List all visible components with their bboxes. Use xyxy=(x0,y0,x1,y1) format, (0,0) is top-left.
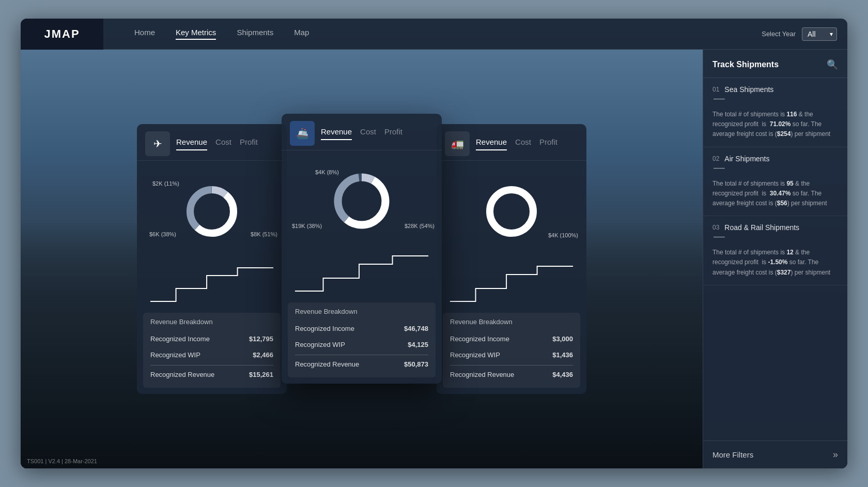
footer-version: TS001 | V2.4 | 28-Mar-2021 xyxy=(27,458,97,464)
main-content: ✈ Revenue Cost Profit $2K (11%) $6K (38%… xyxy=(21,50,847,468)
sidebar-header: Track Shipments 🔍 xyxy=(703,50,847,78)
tab-truck-revenue[interactable]: Revenue xyxy=(476,138,507,150)
air-breakdown: Revenue Breakdown Recognized Income $46,… xyxy=(288,302,436,377)
card-air-header: 🚢 Revenue Cost Profit xyxy=(282,114,442,150)
svg-point-8 xyxy=(490,190,533,233)
sea-label-1: $2K (11%) xyxy=(152,180,179,187)
sidebar-title: Track Shipments xyxy=(712,60,779,69)
sea-breakdown: Revenue Breakdown Recognized Income $12,… xyxy=(143,313,281,388)
tab-sea-revenue[interactable]: Revenue xyxy=(176,138,207,150)
truck-step-chart xyxy=(445,260,578,307)
shipment-road-dash: ⎻⎻ xyxy=(714,234,838,245)
truck-icon: 🚛 xyxy=(445,131,470,156)
card-sea-header: ✈ Revenue Cost Profit xyxy=(137,124,287,161)
card-air: 🚢 Revenue Cost Profit $4K (8%) $19K (38%… xyxy=(282,114,442,384)
truck-row-revenue: Recognized Revenue $4,436 xyxy=(450,365,573,383)
nav-home[interactable]: Home xyxy=(134,28,155,40)
navbar: JMAP Home Key Metrics Shipments Map Sele… xyxy=(21,19,847,50)
card-truck-tabs: Revenue Cost Profit xyxy=(476,138,557,150)
shipment-item-air: 02 Air Shipments ⎻⎻ The total # of shipm… xyxy=(703,147,847,217)
truck-row-wip: Recognized WIP $1,436 xyxy=(450,347,573,363)
cards-area: ✈ Revenue Cost Profit $2K (11%) $6K (38%… xyxy=(21,50,703,468)
sea-step-chart xyxy=(145,260,278,307)
sea-row-income: Recognized Income $12,795 xyxy=(150,331,273,347)
air-donut-svg xyxy=(331,170,393,232)
air-row-wip: Recognized WIP $4,125 xyxy=(295,337,428,353)
year-select-wrapper: All 2020 2021 2019 xyxy=(802,27,837,41)
shipment-road-number: 03 xyxy=(712,224,719,231)
tab-truck-profit[interactable]: Profit xyxy=(539,138,557,150)
shipment-sea-desc: The total # of shipments is 116 & the re… xyxy=(712,110,838,140)
air-breakdown-title: Revenue Breakdown xyxy=(295,308,428,315)
more-filters-button[interactable]: More Filters » xyxy=(703,440,847,468)
shipment-road-num-row: 03 Road & Rail Shipments xyxy=(712,223,838,232)
card-sea: ✈ Revenue Cost Profit $2K (11%) $6K (38%… xyxy=(137,124,287,394)
sidebar: Track Shipments 🔍 01 Sea Shipments ⎻⎻ Th… xyxy=(703,50,847,468)
sea-label-3: $8K (51%) xyxy=(251,231,277,237)
shipment-road-name: Road & Rail Shipments xyxy=(724,223,799,232)
card-air-tabs: Revenue Cost Profit xyxy=(321,127,402,140)
nav-shipments[interactable]: Shipments xyxy=(237,28,273,40)
logo-box: JMAP xyxy=(21,19,103,50)
more-filters-arrow: » xyxy=(833,449,838,460)
nav-links: Home Key Metrics Shipments Map xyxy=(103,28,762,40)
tab-air-cost[interactable]: Cost xyxy=(360,127,376,140)
sea-row-revenue: Recognized Revenue $15,261 xyxy=(150,365,273,383)
search-icon[interactable]: 🔍 xyxy=(827,59,838,70)
shipment-sea-name: Sea Shipments xyxy=(724,85,773,94)
tab-sea-profit[interactable]: Profit xyxy=(240,138,258,150)
air-label-3: $28K (54%) xyxy=(405,223,435,229)
tab-air-profit[interactable]: Profit xyxy=(384,127,402,140)
app-frame: JMAP Home Key Metrics Shipments Map Sele… xyxy=(21,19,847,468)
shipment-item-sea: 01 Sea Shipments ⎻⎻ The total # of shipm… xyxy=(703,78,847,147)
truck-donut-svg xyxy=(483,183,540,240)
select-year-label: Select Year xyxy=(762,30,796,38)
air-step-chart xyxy=(290,250,433,296)
shipment-sea-number: 01 xyxy=(712,86,719,93)
truck-row-income: Recognized Income $3,000 xyxy=(450,331,573,347)
card-sea-tabs: Revenue Cost Profit xyxy=(176,138,258,150)
air-row-income: Recognized Income $46,748 xyxy=(295,321,428,337)
card-sea-donut: $2K (11%) $6K (38%) $8K (51%) xyxy=(137,165,287,258)
year-select[interactable]: All 2020 2021 2019 xyxy=(802,27,837,41)
truck-breakdown: Revenue Breakdown Recognized Income $3,0… xyxy=(443,313,580,388)
shipment-air-num-row: 02 Air Shipments xyxy=(712,155,838,163)
tab-air-revenue[interactable]: Revenue xyxy=(321,127,352,140)
card-truck-donut: $4K (100%) xyxy=(437,165,586,258)
shipment-air-dash: ⎻⎻ xyxy=(714,165,838,176)
sea-label-2: $6K (38%) xyxy=(149,231,176,237)
ship-icon: 🚢 xyxy=(290,121,315,146)
shipment-sea-dash: ⎻⎻ xyxy=(714,96,838,106)
card-truck-header: 🚛 Revenue Cost Profit xyxy=(437,124,586,161)
air-label-2: $19K (38%) xyxy=(292,223,322,229)
shipment-air-number: 02 xyxy=(712,155,719,162)
shipment-sea-num-row: 01 Sea Shipments xyxy=(712,85,838,94)
nav-key-metrics[interactable]: Key Metrics xyxy=(176,28,216,40)
more-filters-label: More Filters xyxy=(712,450,753,459)
shipment-road-desc: The total # of shipments is 12 & the rec… xyxy=(712,248,838,278)
shipment-air-desc: The total # of shipments is 95 & the rec… xyxy=(712,179,838,209)
tab-sea-cost[interactable]: Cost xyxy=(215,138,231,150)
sea-donut-svg xyxy=(183,183,240,240)
tab-truck-cost[interactable]: Cost xyxy=(515,138,531,150)
logo: JMAP xyxy=(44,27,80,41)
air-row-revenue: Recognized Revenue $50,873 xyxy=(295,355,428,372)
truck-breakdown-title: Revenue Breakdown xyxy=(450,318,573,326)
sea-breakdown-title: Revenue Breakdown xyxy=(150,318,273,326)
sea-row-wip: Recognized WIP $2,466 xyxy=(150,347,273,363)
card-truck: 🚛 Revenue Cost Profit $4K (100%) xyxy=(437,124,586,394)
nav-right: Select Year All 2020 2021 2019 xyxy=(762,27,847,41)
card-air-donut: $4K (8%) $19K (38%) $28K (54%) xyxy=(282,155,442,248)
shipment-air-name: Air Shipments xyxy=(724,155,769,163)
nav-map[interactable]: Map xyxy=(294,28,309,40)
truck-label-1: $4K (100%) xyxy=(548,232,578,238)
airplane-icon: ✈ xyxy=(145,131,170,156)
shipment-item-road: 03 Road & Rail Shipments ⎻⎻ The total # … xyxy=(703,216,847,285)
